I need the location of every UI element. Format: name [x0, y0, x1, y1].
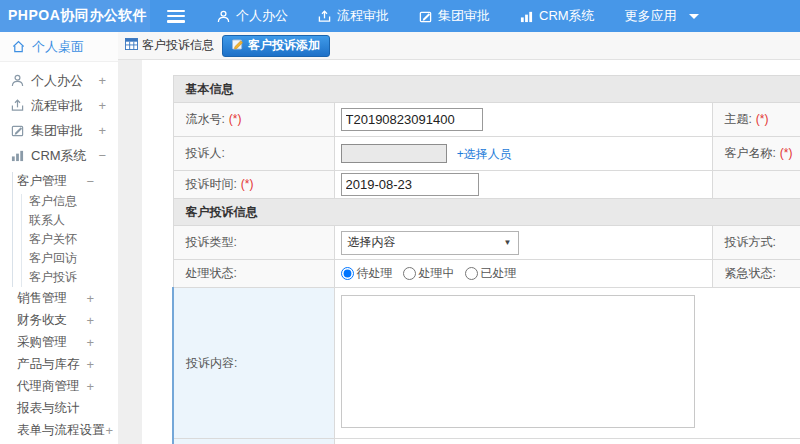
topnav-label: 流程审批 [337, 7, 389, 25]
complaint-content-textarea[interactable] [341, 295, 695, 428]
topnav-label: 个人办公 [236, 7, 288, 25]
topnav-crm[interactable]: CRM系统 [520, 7, 595, 25]
app-window: PHPOA协同办公软件 个人办公 流程审批 [0, 0, 800, 444]
sidebar-item-label: 联系人 [29, 212, 65, 229]
topnav-personal-office[interactable]: 个人办公 [217, 7, 288, 25]
sidebar-item-label: 财务收支 [17, 312, 67, 329]
complainant-input[interactable] [341, 144, 447, 163]
complainant-label: 投诉人: [173, 137, 334, 171]
required-mark: (*) [756, 112, 769, 126]
sidebar-item-product-inventory[interactable]: 产品与库存 + [0, 353, 118, 375]
select-value: 选择内容 [348, 234, 396, 251]
collapse-icon[interactable]: − [98, 148, 106, 163]
caret-down-icon [689, 14, 699, 19]
sidebar-item-customer-callback[interactable]: 客户回访 [0, 249, 118, 268]
sidebar-item-sales-mgmt[interactable]: 销售管理 + [0, 287, 118, 309]
tree-guide-line [21, 194, 22, 287]
expand-icon[interactable]: + [86, 335, 94, 350]
topnav-workflow-approval[interactable]: 流程审批 [318, 7, 389, 25]
person-icon [217, 10, 230, 23]
sidebar-item-desktop[interactable]: 个人桌面 [0, 32, 118, 62]
tab-label: 客户投诉信息 [142, 37, 214, 54]
radio-processed-input[interactable] [465, 267, 478, 280]
complaint-time-label: 投诉时间:(*) [173, 171, 334, 199]
radio-processing[interactable]: 处理中 [403, 265, 455, 282]
radio-pending[interactable]: 待处理 [341, 265, 393, 282]
expand-icon[interactable]: + [86, 313, 94, 328]
serial-input[interactable] [341, 108, 483, 131]
person-icon [10, 74, 24, 87]
sidebar-item-form-workflow-settings[interactable]: 表单与流程设置 + [0, 419, 118, 441]
sidebar-item-label: 流程审批 [31, 97, 83, 115]
expand-icon[interactable]: + [106, 423, 114, 438]
sidebar-item-customer-care[interactable]: 客户关怀 [0, 230, 118, 249]
sidebar-item-personal-office[interactable]: 个人办公 + [0, 68, 118, 93]
complaint-method-label: 投诉方式: [712, 226, 800, 260]
sidebar-modules: 个人办公 + 流程审批 + 集团审批 + [0, 68, 118, 168]
sidebar-item-label: CRM系统 [31, 147, 87, 165]
sidebar-item-crm[interactable]: CRM系统 − [0, 143, 118, 168]
sidebar-item-label: 销售管理 [17, 290, 67, 307]
required-mark: (*) [241, 177, 254, 191]
flow-icon [10, 99, 24, 112]
top-navbar: PHPOA协同办公软件 个人办公 流程审批 [0, 0, 800, 32]
sidebar-item-label: 个人办公 [31, 72, 83, 90]
tab-bar: 客户投诉信息 客户投诉添加 [118, 32, 800, 60]
hamburger-menu-icon[interactable] [167, 10, 185, 23]
section-header-basic: 基本信息 [173, 76, 800, 103]
table-icon [125, 38, 138, 53]
sidebar-item-label: 个人桌面 [32, 38, 84, 56]
required-mark: (*) [780, 146, 793, 160]
radio-processed[interactable]: 已处理 [465, 265, 517, 282]
handle-status-radio-group: 待处理 处理中 已处理 [341, 265, 712, 282]
required-mark: (*) [229, 112, 242, 126]
topnav-group-approval[interactable]: 集团审批 [419, 7, 490, 25]
topnav-label: CRM系统 [539, 7, 595, 25]
sidebar-item-label: 客户信息 [29, 193, 77, 210]
sidebar-item-customer-complaint[interactable]: 客户投诉 [0, 268, 118, 287]
topnav-label: 集团审批 [438, 7, 490, 25]
radio-pending-input[interactable] [341, 267, 354, 280]
collapse-icon[interactable]: − [86, 174, 94, 189]
expand-icon[interactable]: + [86, 357, 94, 372]
expand-icon[interactable]: + [86, 291, 94, 306]
complaint-form-table: 基本信息 流水号:(*) 主题:(*) 投诉人: [172, 75, 800, 444]
radio-processing-input[interactable] [403, 267, 416, 280]
tree-guide-line [12, 172, 13, 287]
sidebar-item-group-approval[interactable]: 集团审批 + [0, 118, 118, 143]
sidebar-item-contacts[interactable]: 联系人 [0, 211, 118, 230]
serial-label: 流水号:(*) [173, 103, 334, 137]
next-row-label [173, 439, 334, 444]
section-header-complaint: 客户投诉信息 [173, 199, 800, 226]
sidebar-item-label: 报表与统计 [17, 400, 80, 417]
app-logo: PHPOA协同办公软件 [0, 0, 150, 32]
topnav-more-apps[interactable]: 更多应用 [625, 7, 699, 25]
complaint-time-input[interactable] [341, 173, 479, 196]
sidebar-item-purchase-mgmt[interactable]: 采购管理 + [0, 331, 118, 353]
sidebar-item-reports[interactable]: 报表与统计 [0, 397, 118, 419]
expand-icon[interactable]: + [98, 98, 106, 113]
pick-person-link[interactable]: +选择人员 [457, 147, 512, 161]
tab-complaint-info[interactable]: 客户投诉信息 [125, 37, 222, 54]
edit-icon [10, 124, 24, 137]
sidebar-item-label: 客户管理 [17, 173, 67, 190]
expand-icon[interactable]: + [98, 123, 106, 138]
chart-icon [10, 149, 24, 162]
sidebar-item-workflow-approval[interactable]: 流程审批 + [0, 93, 118, 118]
flow-icon [318, 10, 331, 23]
sidebar-item-customer-mgmt[interactable]: 客户管理 − [0, 170, 118, 192]
form-add-icon [232, 39, 244, 53]
complaint-content-label: 投诉内容: [173, 288, 334, 439]
complaint-type-label: 投诉类型: [173, 226, 334, 260]
sidebar-item-finance[interactable]: 财务收支 + [0, 309, 118, 331]
sidebar-item-customer-info[interactable]: 客户信息 [0, 192, 118, 211]
expand-icon[interactable]: + [86, 379, 94, 394]
customer-name-label: 客户名称:(*) [712, 137, 800, 171]
tab-complaint-add[interactable]: 客户投诉添加 [222, 35, 330, 57]
expand-icon[interactable]: + [98, 73, 106, 88]
complaint-type-select[interactable]: 选择内容 ▼ [341, 231, 519, 255]
sidebar-item-agent-mgmt[interactable]: 代理商管理 + [0, 375, 118, 397]
chart-icon [520, 10, 533, 23]
sidebar-crm-submenu: 客户管理 − 客户信息 联系人 客户关怀 客户回访 客户投诉 [0, 170, 118, 287]
sidebar-item-label: 产品与库存 [17, 356, 80, 373]
